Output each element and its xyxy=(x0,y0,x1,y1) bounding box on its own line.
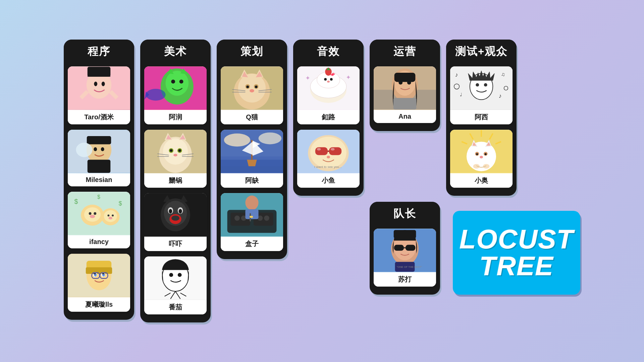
member-fanqie: 番茄 xyxy=(144,256,207,315)
logo-line2: TREE xyxy=(479,251,553,281)
svg-point-115 xyxy=(234,216,240,221)
svg-rect-188 xyxy=(394,230,416,238)
svg-rect-141 xyxy=(315,147,328,155)
member-diulu: ✦ ✦ ✦ 釦路 xyxy=(297,66,360,125)
ana-image xyxy=(374,66,436,110)
column-ceshi: 测试+观众 ♪ ♫ ♩ ♪ xyxy=(446,40,517,196)
svg-point-9 xyxy=(94,147,97,151)
cehua-header: 策划 xyxy=(217,40,287,64)
svg-text:♫: ♫ xyxy=(501,71,505,77)
svg-point-132 xyxy=(332,73,334,75)
svg-point-23 xyxy=(112,215,114,217)
svg-point-10 xyxy=(101,147,104,151)
svg-point-162 xyxy=(476,83,479,86)
svg-text:♪: ♪ xyxy=(499,93,502,99)
svg-point-104 xyxy=(224,133,250,146)
taro-name: Taro/酒米 xyxy=(68,110,130,124)
fanqie-image xyxy=(144,256,207,300)
member-qmao: Q猫 xyxy=(220,66,284,125)
member-ana: Ana xyxy=(373,66,437,124)
main-layout: 程序 Taro/酒米 xyxy=(13,40,631,322)
svg-rect-155 xyxy=(393,98,417,109)
svg-point-19 xyxy=(90,215,95,218)
niaoguo-name: 嬲锅 xyxy=(144,173,207,188)
svg-point-13 xyxy=(76,143,92,157)
bottom-right-row: 队长 xyxy=(370,202,580,295)
logo-box: LOCUST TREE xyxy=(453,211,580,295)
svg-rect-122 xyxy=(250,216,253,218)
huhu-image xyxy=(144,193,207,237)
svg-text:♩: ♩ xyxy=(460,92,462,97)
aque-name: 阿缺 xyxy=(221,173,283,188)
logo-text: LOCUST TREE xyxy=(460,226,574,280)
member-axi: ♪ ♫ ♩ ♪ xyxy=(449,66,513,125)
svg-rect-154 xyxy=(394,73,416,82)
svg-point-52 xyxy=(163,138,188,165)
column-yinxiao: 音效 xyxy=(293,40,364,196)
svg-point-118 xyxy=(264,216,269,221)
member-milesian: Milesian xyxy=(67,129,131,187)
svg-point-2 xyxy=(94,81,97,86)
svg-rect-37 xyxy=(102,273,105,274)
ifancy-name: ifancy xyxy=(68,235,130,248)
svg-point-127 xyxy=(324,78,327,81)
member-arun: 阿润 xyxy=(144,66,207,125)
svg-point-21 xyxy=(104,210,117,222)
niaoguo-image xyxy=(144,130,207,173)
hezi-image xyxy=(221,193,283,237)
svg-point-24 xyxy=(108,217,112,220)
svg-point-87 xyxy=(238,74,266,103)
xiaoo-name: 小奥 xyxy=(450,173,513,188)
right-section: 运营 xyxy=(370,40,580,295)
axi-image: ♪ ♫ ♩ ♪ xyxy=(450,66,513,110)
svg-marker-106 xyxy=(247,160,257,166)
member-xiaxidian: 夏曦璇lls xyxy=(67,253,131,312)
svg-point-105 xyxy=(259,132,282,144)
svg-text:✦: ✦ xyxy=(346,74,351,81)
xiaoo-image xyxy=(450,130,513,173)
milesian-name: Milesian xyxy=(68,173,130,186)
member-suda: "ONE OF THE BEST" 苏打 xyxy=(373,228,437,287)
svg-point-176 xyxy=(476,153,478,155)
svg-text:$: $ xyxy=(119,200,122,207)
svg-rect-36 xyxy=(93,273,96,274)
member-xiaoyu: I want to see you... 小鱼 xyxy=(297,129,360,188)
duizhang-header: 队长 xyxy=(370,202,440,226)
column-cehua: 策划 xyxy=(217,40,287,259)
taro-image xyxy=(68,66,130,110)
column-chengxu: 程序 Taro/酒米 xyxy=(64,40,134,320)
svg-text:I want to see you...: I want to see you... xyxy=(314,165,342,169)
member-xiaoo: 小奥 xyxy=(449,129,513,188)
suda-name: 苏打 xyxy=(374,272,436,287)
column-duizhang: 队长 xyxy=(370,202,440,295)
fanqie-name: 番茄 xyxy=(144,300,207,314)
svg-point-145 xyxy=(331,148,335,150)
diulu-name: 釦路 xyxy=(297,110,360,124)
svg-point-95 xyxy=(255,85,258,88)
huhu-name: 吓吓 xyxy=(144,237,207,251)
chengxu-header: 程序 xyxy=(64,40,134,64)
arun-name: 阿润 xyxy=(144,110,207,124)
svg-point-79 xyxy=(169,273,173,277)
ceshi-header: 测试+观众 xyxy=(446,40,517,64)
svg-point-16 xyxy=(84,207,101,222)
svg-point-94 xyxy=(246,85,249,88)
svg-point-96 xyxy=(250,89,254,93)
svg-text:✦: ✦ xyxy=(305,75,310,81)
svg-point-56 xyxy=(178,149,181,152)
column-yunying: 运营 xyxy=(370,40,440,131)
axi-name: 阿西 xyxy=(450,110,513,124)
logo-line1: LOCUST xyxy=(460,224,574,254)
svg-point-43 xyxy=(166,71,189,96)
svg-text:$: $ xyxy=(74,198,78,205)
svg-point-163 xyxy=(484,83,487,86)
svg-rect-12 xyxy=(88,160,111,173)
member-hezi: 盒子 xyxy=(220,192,284,252)
svg-point-184 xyxy=(483,164,490,169)
svg-point-129 xyxy=(327,80,330,82)
member-aque: 阿缺 xyxy=(220,129,284,188)
qmao-name: Q猫 xyxy=(221,110,283,124)
svg-point-183 xyxy=(473,164,480,169)
member-niaoguo: 嬲锅 xyxy=(144,129,207,188)
svg-rect-190 xyxy=(406,245,415,251)
